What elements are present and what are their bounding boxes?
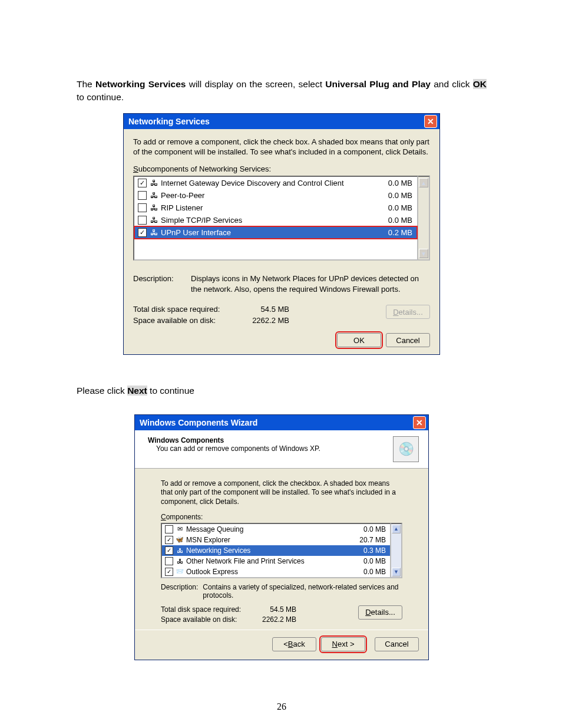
checkbox[interactable]: ✓ xyxy=(165,546,173,555)
item-label: RIP Listener xyxy=(161,203,386,212)
avail-space-label: Space available on disk: xyxy=(133,316,242,325)
checkbox[interactable]: ✓ xyxy=(165,536,173,544)
item-label: Other Network File and Print Services xyxy=(186,557,361,565)
list-item[interactable]: ✉Message Queuing0.0 MB xyxy=(162,524,390,535)
list-item[interactable]: ✓🖧Networking Services0.3 MB xyxy=(162,545,390,556)
subcomponents-listbox[interactable]: ✓🖧Internet Gateway Device Discovery and … xyxy=(133,176,418,261)
page-number: 26 xyxy=(77,701,487,712)
description-value: Contains a variety of specialized, netwo… xyxy=(203,583,402,599)
wizard-header-subtitle: You can add or remove components of Wind… xyxy=(156,444,320,453)
item-size: 0.2 MB xyxy=(388,228,414,237)
item-size: 0.3 MB xyxy=(363,546,387,555)
wizard-header-icon: 💿 xyxy=(393,436,419,462)
component-icon: 🖧 xyxy=(176,546,184,555)
checkbox[interactable] xyxy=(165,525,173,533)
total-space-label: Total disk space required: xyxy=(133,305,242,314)
cancel-button[interactable]: Cancel xyxy=(386,333,430,347)
dialog-title: Networking Services xyxy=(128,117,210,126)
list-item[interactable]: 🖧Other Network File and Print Services0.… xyxy=(162,556,390,566)
subcomponents-label: Subcomponents of Networking Services: xyxy=(133,164,430,173)
scrollbar[interactable]: ▲ ▼ xyxy=(418,176,430,261)
txt: to continue. xyxy=(77,92,124,102)
checkbox[interactable]: ✓ xyxy=(138,228,147,237)
list-item[interactable]: 🖧Peer-to-Peer0.0 MB xyxy=(134,189,417,202)
item-label: Networking Services xyxy=(186,546,361,555)
dialog-title-bar: Windows Components Wizard ✕ xyxy=(135,415,428,430)
txt: to continue xyxy=(147,386,194,396)
list-item[interactable]: 🖧RIP Listener0.0 MB xyxy=(134,202,417,214)
item-label: Outlook Express xyxy=(186,568,361,576)
scroll-up-icon[interactable]: ▲ xyxy=(392,525,401,533)
txt-highlight: OK xyxy=(473,79,487,89)
txt: will display on the screen, select xyxy=(186,79,325,89)
close-button[interactable]: ✕ xyxy=(424,115,437,128)
item-label: Internet Gateway Device Discovery and Co… xyxy=(161,179,386,187)
next-button[interactable]: Next > xyxy=(321,637,365,651)
txt: and click xyxy=(431,79,473,89)
network-component-icon: 🖧 xyxy=(149,203,158,213)
checkbox[interactable] xyxy=(165,557,173,565)
checkbox[interactable] xyxy=(138,203,147,212)
item-label: Message Queuing xyxy=(186,525,361,533)
checkbox[interactable] xyxy=(138,216,147,225)
list-item[interactable]: 🖧Simple TCP/IP Services0.0 MB xyxy=(134,214,417,226)
item-size: 0.0 MB xyxy=(363,557,387,565)
txt: The xyxy=(77,79,95,89)
details-button[interactable]: Details... xyxy=(358,605,402,620)
checkbox[interactable]: ✓ xyxy=(165,568,173,576)
close-icon: ✕ xyxy=(427,117,434,126)
network-component-icon: 🖧 xyxy=(149,191,158,200)
txt: Please click xyxy=(77,386,127,396)
scrollbar[interactable]: ▲ ▼ xyxy=(391,523,402,578)
item-size: 0.0 MB xyxy=(388,216,414,225)
back-button[interactable]: < Back xyxy=(272,637,316,651)
item-label: Simple TCP/IP Services xyxy=(161,216,386,225)
details-button: Details... xyxy=(386,305,430,319)
scroll-up-icon[interactable]: ▲ xyxy=(419,178,428,187)
list-item[interactable]: ✓🦋MSN Explorer20.7 MB xyxy=(162,535,390,545)
txt-bold: Networking Services xyxy=(95,79,186,89)
component-icon: 🦋 xyxy=(176,536,184,544)
item-size: 0.0 MB xyxy=(363,568,387,576)
scroll-down-icon[interactable]: ▼ xyxy=(419,249,428,258)
ok-button[interactable]: OK xyxy=(337,333,381,347)
item-size: 0.0 MB xyxy=(388,203,414,212)
component-icon: 📨 xyxy=(176,568,184,576)
txt-bold: Universal Plug and Play xyxy=(325,79,431,89)
windows-components-wizard-dialog: Windows Components Wizard ✕ Windows Comp… xyxy=(134,414,429,660)
list-item[interactable]: ✓📨Outlook Express0.0 MB xyxy=(162,566,390,577)
network-component-icon: 🖧 xyxy=(149,228,158,238)
scroll-down-icon[interactable]: ▼ xyxy=(392,568,401,577)
close-icon: ✕ xyxy=(416,419,423,427)
instruction-paragraph-1: The Networking Services will display on … xyxy=(77,78,487,104)
description-value: Displays icons in My Network Places for … xyxy=(191,274,430,294)
total-space-value: 54.5 MB xyxy=(242,305,289,314)
description-label: Description: xyxy=(133,274,181,294)
dialog-title-bar: Networking Services ✕ xyxy=(124,114,439,129)
item-size: 0.0 MB xyxy=(363,525,387,533)
list-item[interactable]: ✓🖧Internet Gateway Device Discovery and … xyxy=(134,177,417,189)
avail-space-value: 2262.2 MB xyxy=(242,316,289,325)
component-icon: 🖧 xyxy=(176,557,184,565)
avail-space-value: 2262.2 MB xyxy=(255,615,296,624)
instruction-paragraph-2: Please click Next to continue xyxy=(77,384,487,397)
item-label: MSN Explorer xyxy=(186,536,357,544)
checkbox[interactable] xyxy=(138,191,147,200)
cancel-button[interactable]: Cancel xyxy=(375,637,419,651)
component-icon: ✉ xyxy=(176,525,184,533)
list-item[interactable]: ✓🖧UPnP User Interface0.2 MB xyxy=(134,226,417,239)
close-button[interactable]: ✕ xyxy=(413,416,426,429)
txt-highlight: Next xyxy=(127,386,147,396)
network-component-icon: 🖧 xyxy=(149,179,158,188)
components-listbox[interactable]: ✉Message Queuing0.0 MB✓🦋MSN Explorer20.7… xyxy=(161,523,391,578)
dialog-title: Windows Components Wizard xyxy=(140,418,257,427)
components-label: Components: xyxy=(161,513,402,521)
total-space-value: 54.5 MB xyxy=(255,605,296,614)
checkbox[interactable]: ✓ xyxy=(138,179,147,187)
dialog-explain-text: To add or remove a component, click the … xyxy=(161,479,402,507)
total-space-label: Total disk space required: xyxy=(161,605,255,614)
item-size: 20.7 MB xyxy=(359,536,387,544)
avail-space-label: Space available on disk: xyxy=(161,615,255,624)
network-component-icon: 🖧 xyxy=(149,216,158,225)
description-label: Description: xyxy=(161,583,198,599)
